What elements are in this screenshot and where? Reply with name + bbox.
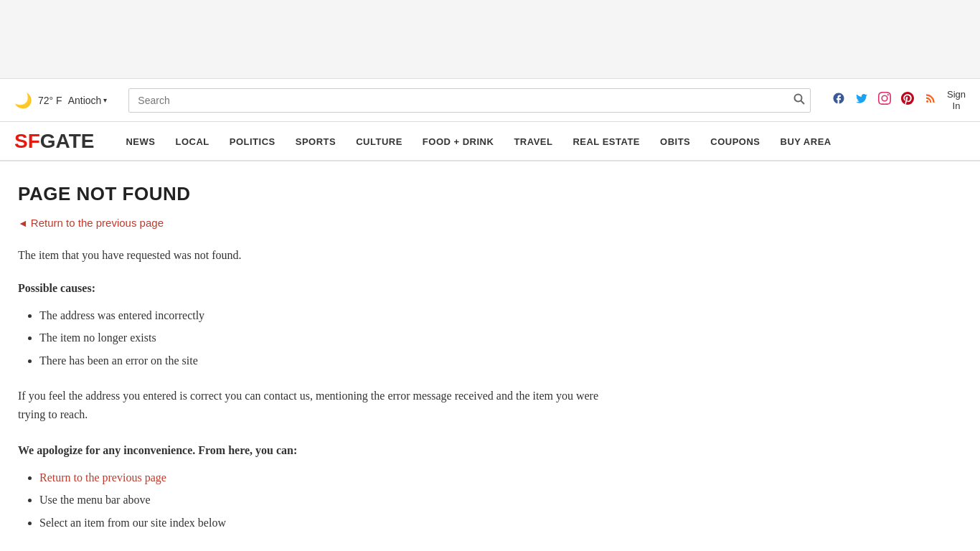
nav-link-food[interactable]: FOOD + DRINK: [413, 136, 504, 147]
pinterest-icon[interactable]: [901, 92, 914, 108]
weather-icon: 🌙: [14, 92, 32, 109]
return-previous-link[interactable]: Return to the previous page: [39, 471, 166, 484]
cause-item-2: The item no longer exists: [39, 329, 628, 347]
option-item-1[interactable]: Return to the previous page: [39, 468, 628, 487]
cause-item-1: The address was entered incorrectly: [39, 306, 628, 325]
twitter-icon[interactable]: [855, 92, 868, 108]
search-button[interactable]: [793, 93, 805, 108]
apologize-title: We apologize for any inconvenience. From…: [18, 444, 628, 457]
search-input[interactable]: [128, 88, 811, 113]
nav-link-news[interactable]: NEWS: [116, 136, 165, 147]
page-not-found-title: PAGE NOT FOUND: [18, 183, 628, 205]
back-link-top[interactable]: ◄ Return to the previous page: [18, 217, 628, 229]
main-content: PAGE NOT FOUND ◄ Return to the previous …: [0, 161, 646, 551]
ad-banner: [0, 0, 980, 79]
site-logo[interactable]: SFGATE: [14, 130, 94, 153]
nav-link-sports[interactable]: SPORTS: [286, 136, 346, 147]
chevron-down-icon: ▾: [103, 96, 107, 104]
nav-item-travel[interactable]: TRAVEL: [504, 135, 562, 148]
logo-gate: GATE: [40, 130, 95, 152]
nav-link-culture[interactable]: CULTURE: [346, 136, 413, 147]
possible-causes-title: Possible causes:: [18, 282, 628, 295]
option-item-2: Use the menu bar above: [39, 491, 628, 509]
location-dropdown[interactable]: Antioch ▾: [68, 95, 108, 106]
sign-in-button[interactable]: SignIn: [947, 89, 966, 111]
options-list: Return to the previous page Use the menu…: [18, 468, 628, 532]
nav-link-coupons[interactable]: COUPONS: [700, 136, 770, 147]
top-bar: 🌙 72° F Antioch ▾: [0, 79, 980, 122]
nav-item-buyarea[interactable]: BUY AREA: [771, 135, 842, 148]
facebook-icon[interactable]: [832, 92, 845, 108]
cause-item-3: There has been an error on the site: [39, 352, 628, 370]
nav-item-coupons[interactable]: COUPONS: [700, 135, 770, 148]
weather-section: 🌙 72° F Antioch ▾: [14, 92, 107, 109]
back-link-top-text: Return to the previous page: [31, 217, 164, 229]
logo-sf: SF: [14, 130, 40, 152]
nav-item-sports[interactable]: SPORTS: [286, 135, 346, 148]
rss-icon[interactable]: [924, 92, 937, 108]
temperature-display: 72° F: [38, 95, 62, 106]
nav-link-obits[interactable]: OBITS: [650, 136, 700, 147]
nav-bar: SFGATE NEWS LOCAL POLITICS SPORTS CULTUR…: [0, 122, 980, 161]
nav-item-news[interactable]: NEWS: [116, 135, 165, 148]
instagram-icon[interactable]: [878, 92, 891, 108]
nav-item-culture[interactable]: CULTURE: [346, 135, 413, 148]
nav-item-local[interactable]: LOCAL: [165, 135, 219, 148]
nav-links: NEWS LOCAL POLITICS SPORTS CULTURE FOOD …: [116, 135, 841, 148]
nav-item-politics[interactable]: POLITICS: [220, 135, 286, 148]
description-text: The item that you have requested was not…: [18, 246, 628, 265]
search-bar: [128, 88, 811, 113]
svg-line-1: [801, 100, 804, 104]
nav-link-buyarea[interactable]: BUY AREA: [771, 136, 842, 147]
contact-text: If you feel the address you entered is c…: [18, 387, 628, 423]
nav-link-realestate[interactable]: REAL ESTATE: [562, 136, 650, 147]
nav-item-food[interactable]: FOOD + DRINK: [413, 135, 504, 148]
svg-point-0: [794, 94, 801, 101]
nav-link-politics[interactable]: POLITICS: [220, 136, 286, 147]
nav-link-local[interactable]: LOCAL: [165, 136, 219, 147]
nav-link-travel[interactable]: TRAVEL: [504, 136, 562, 147]
nav-item-obits[interactable]: OBITS: [650, 135, 700, 148]
causes-list: The address was entered incorrectly The …: [18, 306, 628, 370]
option-item-3: Select an item from our site index below: [39, 514, 628, 532]
location-label: Antioch: [68, 95, 102, 106]
top-bar-right: SignIn: [832, 89, 966, 111]
nav-item-realestate[interactable]: REAL ESTATE: [562, 135, 650, 148]
back-arrow-icon: ◄: [18, 217, 28, 229]
